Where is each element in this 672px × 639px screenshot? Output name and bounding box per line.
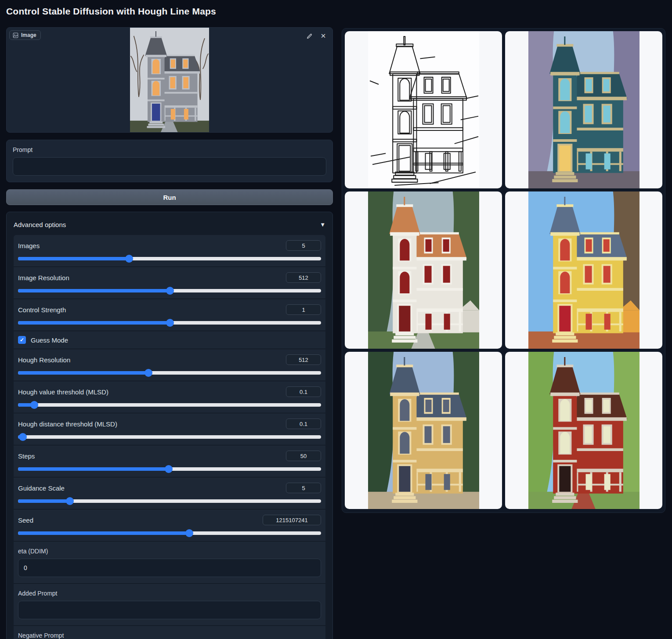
slider-control: Images 5: [14, 235, 325, 267]
slider-track[interactable]: [18, 289, 321, 292]
close-icon: ✕: [321, 32, 326, 40]
slider-thumb[interactable]: [166, 287, 174, 295]
gallery-item-red-house-painting[interactable]: [505, 352, 662, 509]
pencil-icon: [306, 33, 313, 40]
gallery-item-white-house-painting[interactable]: [345, 191, 502, 349]
slider-track[interactable]: [18, 321, 321, 325]
slider-control: Hough distance threshold (MLSD) 0.1: [14, 413, 325, 445]
slider-track[interactable]: [18, 403, 321, 407]
image-component-label: Image: [9, 30, 41, 40]
slider-label: Seed: [18, 516, 33, 524]
prompt-panel: Prompt: [6, 140, 333, 182]
slider-track[interactable]: [18, 371, 321, 375]
input-label: Negative Prompt: [18, 632, 321, 639]
number-control: eta (DDIM): [14, 541, 325, 583]
advanced-options-accordion[interactable]: Advanced options ▼: [14, 216, 325, 233]
slider-thumb[interactable]: [19, 433, 27, 441]
slider-value-input[interactable]: 5: [286, 240, 321, 251]
slider-thumb[interactable]: [125, 255, 133, 263]
slider-label: Hough distance threshold (MLSD): [18, 420, 117, 428]
gallery-item-hough-line-map[interactable]: [345, 31, 502, 188]
text-field[interactable]: [18, 559, 321, 577]
text-control: Added Prompt: [14, 583, 325, 625]
slider-thumb[interactable]: [30, 401, 38, 409]
slider-thumb[interactable]: [66, 497, 74, 505]
prompt-label: Prompt: [13, 146, 326, 153]
slider-value-input[interactable]: 5: [286, 483, 321, 493]
slider-control: Image Resolution 512: [14, 267, 325, 299]
text-control: Negative Prompt: [14, 625, 325, 639]
gallery-item-gold-house-painting[interactable]: [345, 352, 502, 509]
slider-thumb[interactable]: [145, 369, 152, 377]
gallery-item-yellow-house-painting[interactable]: [505, 191, 662, 349]
slider-value-input[interactable]: 0.1: [286, 386, 321, 397]
prompt-input[interactable]: [13, 157, 326, 176]
slider-control: Control Strength 1: [14, 299, 325, 331]
advanced-options-panel: Advanced options ▼ Images 5 Image Resolu…: [6, 212, 333, 639]
slider-track[interactable]: [18, 467, 321, 471]
slider-control: Seed 1215107241: [14, 509, 325, 541]
input-label: eta (DDIM): [18, 548, 321, 555]
page-title: Control Stable Diffusion with Hough Line…: [6, 6, 216, 17]
slider-control: Hough value threshold (MLSD) 0.1: [14, 381, 325, 413]
slider-value-input[interactable]: 1: [286, 304, 321, 315]
slider-label: Hough value threshold (MLSD): [18, 388, 108, 396]
slider-label: Guidance Scale: [18, 484, 65, 492]
clear-image-button[interactable]: ✕: [318, 31, 328, 41]
text-field[interactable]: [18, 601, 321, 619]
chevron-down-icon: ▼: [320, 221, 325, 228]
slider-track[interactable]: [18, 257, 321, 260]
slider-value-input[interactable]: 50: [286, 451, 321, 461]
slider-label: Control Strength: [18, 306, 66, 314]
slider-value-input[interactable]: 512: [286, 354, 321, 365]
checkbox[interactable]: ✓: [18, 336, 26, 344]
result-gallery: [342, 28, 665, 513]
slider-control: Steps 50: [14, 445, 325, 477]
gallery-item-teal-house-painting[interactable]: [505, 31, 662, 188]
slider-track[interactable]: [18, 499, 321, 503]
slider-control: Guidance Scale 5: [14, 477, 325, 509]
checkbox-label: Guess Mode: [31, 336, 68, 344]
slider-label: Images: [18, 242, 40, 249]
image-upload-panel: Image ✕: [6, 27, 333, 133]
slider-thumb[interactable]: [185, 529, 193, 537]
slider-control: Hough Resolution 512: [14, 349, 325, 381]
input-label: Added Prompt: [18, 590, 321, 597]
slider-value-input[interactable]: 512: [286, 272, 321, 283]
slider-value-input[interactable]: 1215107241: [263, 515, 321, 525]
slider-track[interactable]: [18, 531, 321, 535]
slider-track[interactable]: [18, 435, 321, 439]
slider-label: Steps: [18, 452, 35, 460]
image-icon: [13, 32, 18, 38]
run-button[interactable]: Run: [6, 189, 333, 205]
checkbox-control: ✓ Guess Mode: [14, 331, 325, 349]
edit-image-button[interactable]: [304, 31, 314, 41]
input-image[interactable]: [130, 28, 209, 132]
slider-label: Image Resolution: [18, 274, 69, 282]
slider-label: Hough Resolution: [18, 356, 70, 364]
slider-thumb[interactable]: [165, 465, 173, 473]
slider-thumb[interactable]: [166, 319, 174, 327]
slider-value-input[interactable]: 0.1: [286, 419, 321, 429]
